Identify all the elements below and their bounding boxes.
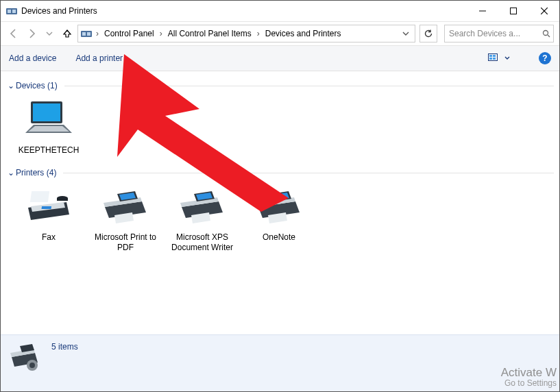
printer-item[interactable]: Microsoft XPS Document Writer (164, 180, 241, 260)
address-icon (81, 28, 92, 39)
chevron-down-icon: ⌄ (6, 81, 16, 90)
device-item[interactable]: KEEPTHETECH (10, 93, 87, 162)
svg-point-10 (544, 31, 548, 36)
chevron-down-icon: ⌄ (6, 168, 16, 177)
content-area: ⌄ Devices (1) KEEPTHETECH ⌄ (1, 71, 559, 334)
svg-rect-23 (30, 191, 49, 202)
minimize-button[interactable] (467, 1, 498, 21)
command-bar: Add a device Add a printer ? (1, 46, 559, 71)
svg-rect-1 (8, 10, 11, 13)
item-label: KEEPTHETECH (19, 145, 80, 156)
add-device-button[interactable]: Add a device (9, 53, 56, 63)
group-count: 1 (50, 81, 55, 90)
svg-marker-20 (28, 126, 69, 132)
svg-rect-9 (87, 32, 90, 36)
window: Devices and Printers › Co (0, 0, 560, 392)
printer-item[interactable]: OneNote (241, 180, 317, 260)
printer-icon (98, 184, 153, 228)
printer-item[interactable]: Fax (10, 180, 87, 260)
item-label: Fax (42, 232, 56, 243)
svg-rect-25 (57, 198, 68, 201)
address-dropdown-button[interactable] (400, 27, 412, 40)
breadcrumb-item[interactable]: Devices and Printers (264, 29, 343, 38)
svg-rect-16 (493, 58, 496, 60)
group-label: Printers (16, 168, 44, 177)
group-header-printers[interactable]: ⌄ Printers (4) (6, 168, 554, 177)
search-box[interactable] (444, 25, 554, 42)
activate-windows-watermark: Activate W Go to Settings (501, 366, 557, 389)
status-icon (9, 341, 42, 373)
breadcrumb-item[interactable]: Control Panel (103, 29, 156, 38)
add-printer-button[interactable]: Add a printer (75, 53, 123, 63)
group-count: 4 (49, 168, 54, 177)
group-items-devices: KEEPTHETECH (10, 93, 554, 162)
up-button[interactable] (60, 26, 75, 41)
refresh-button[interactable] (419, 25, 437, 42)
maximize-button[interactable] (498, 1, 528, 21)
chevron-down-icon (504, 56, 510, 61)
svg-rect-15 (493, 55, 496, 57)
fax-icon (21, 184, 76, 228)
group-items-printers: Fax Microsoft Print to PDF (10, 180, 554, 260)
printer-item[interactable]: Microsoft Print to PDF (87, 180, 164, 260)
help-button[interactable]: ? (539, 52, 551, 64)
window-icon (6, 5, 17, 16)
item-label: OneNote (263, 232, 295, 243)
breadcrumb-sep-icon: › (158, 29, 164, 38)
svg-rect-2 (12, 10, 16, 13)
forward-button[interactable] (24, 26, 39, 41)
window-title: Devices and Printers (21, 6, 97, 16)
search-input[interactable] (448, 28, 542, 39)
breadcrumb-sep-icon: › (95, 29, 100, 38)
navigation-bar: › Control Panel › All Control Panel Item… (1, 22, 559, 46)
svg-rect-26 (42, 206, 52, 209)
view-options-button[interactable] (488, 53, 510, 63)
recent-locations-button[interactable] (42, 26, 57, 41)
laptop-icon (21, 97, 76, 141)
breadcrumb-item[interactable]: All Control Panel Items (167, 29, 253, 38)
printer-icon (252, 184, 306, 228)
search-icon (542, 29, 550, 38)
status-bar: 5 items Activate W Go to Settings (1, 334, 559, 391)
back-button[interactable] (6, 26, 21, 41)
svg-rect-4 (510, 8, 516, 14)
svg-rect-13 (489, 55, 492, 57)
status-items-count: 5 items (51, 342, 78, 352)
svg-line-11 (548, 35, 550, 37)
printer-icon (175, 184, 230, 228)
breadcrumb-sep-icon: › (256, 29, 261, 38)
group-label: Devices (16, 81, 45, 90)
svg-point-46 (29, 363, 35, 368)
address-bar[interactable]: › Control Panel › All Control Panel Item… (77, 25, 415, 42)
svg-rect-14 (489, 58, 492, 60)
titlebar: Devices and Printers (1, 1, 559, 22)
svg-rect-8 (82, 32, 86, 36)
svg-rect-18 (33, 103, 60, 121)
item-label: Microsoft XPS Document Writer (165, 232, 239, 253)
close-button[interactable] (528, 1, 559, 21)
item-label: Microsoft Print to PDF (88, 232, 162, 253)
group-header-devices[interactable]: ⌄ Devices (1) (6, 81, 554, 90)
